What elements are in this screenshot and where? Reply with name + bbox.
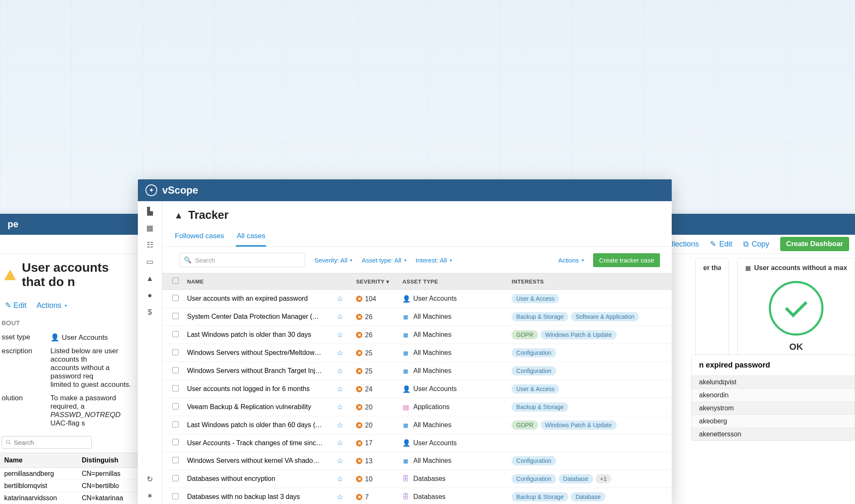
star-icon[interactable]: ☆	[337, 349, 343, 357]
create-tracker-case-button[interactable]: Create tracker case	[593, 253, 660, 267]
interest-tag[interactable]: Database	[559, 474, 593, 483]
sidebar-settings-icon[interactable]: ✶	[146, 492, 154, 500]
interest-tag[interactable]: Windows Patch & Update	[541, 420, 617, 430]
col-distinguish[interactable]: Distinguish	[78, 453, 139, 468]
dashboard-card-ok[interactable]: ▦User accounts without a max passw… OK	[737, 258, 855, 367]
star-icon[interactable]: ☆	[337, 457, 343, 465]
list-item[interactable]: akenordin	[691, 388, 855, 402]
interest-tag[interactable]: Backup & Storage	[512, 402, 568, 412]
row-checkbox[interactable]	[172, 367, 179, 373]
star-icon[interactable]: ☆	[337, 421, 343, 429]
col-severity[interactable]: Severity ▾	[352, 273, 398, 290]
table-row[interactable]: Databases without encryption ☆ ✖10 🗄Data…	[162, 470, 672, 488]
list-item[interactable]: akelundqvist	[691, 375, 855, 388]
tracker-title: Tracker	[188, 209, 229, 222]
table-row[interactable]: User Accounts - Track changes of time si…	[162, 434, 672, 452]
row-checkbox[interactable]	[172, 457, 179, 463]
filter-interest[interactable]: Interest: All	[416, 257, 452, 264]
table-row[interactable]: Windows Servers without kernel VA shado……	[162, 452, 672, 470]
table-row[interactable]: Veeam Backup & Replication vulnerability…	[162, 398, 672, 416]
about-label: BOUT	[0, 318, 139, 331]
star-icon[interactable]: ☆	[337, 475, 343, 483]
interests-cell: Backup & StorageSoftware & Application	[507, 308, 672, 326]
sidebar-dollar-icon[interactable]: $	[146, 308, 154, 316]
row-checkbox[interactable]	[172, 313, 179, 319]
row-checkbox[interactable]	[172, 403, 179, 410]
filter-asset-type[interactable]: Asset type: All	[362, 257, 406, 264]
interest-tag[interactable]: Configuration	[512, 366, 556, 375]
star-icon[interactable]: ☆	[337, 403, 343, 411]
interests-cell: Configuration	[507, 452, 672, 470]
create-dashboard-button[interactable]: Create Dashboar	[780, 237, 849, 251]
table-row[interactable]: katarinaarvidssonCN=katarinaa	[0, 492, 139, 504]
interest-tag[interactable]: GDPR	[512, 330, 538, 339]
list-item[interactable]: akeoberg	[691, 415, 855, 428]
row-checkbox[interactable]	[172, 421, 179, 428]
interest-tag[interactable]: User & Access	[512, 294, 559, 303]
sidebar-table-icon[interactable]: ☷	[146, 241, 154, 249]
sidebar-tracker-icon[interactable]: ▲	[146, 274, 154, 283]
select-all-checkbox[interactable]	[172, 278, 179, 284]
case-name: Databases with no backup last 3 days	[183, 488, 332, 504]
row-checkbox[interactable]	[172, 331, 179, 337]
interests-cell: User & Access	[507, 380, 672, 398]
table-row[interactable]: Last Windows patch is older than 30 days…	[162, 326, 672, 344]
table-row[interactable]: Databases with no backup last 3 days ☆ ✖…	[162, 488, 672, 504]
toolbar-copy[interactable]: ⧉Copy	[743, 240, 769, 249]
severity-dot-icon: ✖	[356, 458, 362, 464]
severity-value: ✖10	[356, 475, 372, 483]
actions-dropdown[interactable]: Actions	[558, 257, 584, 264]
table-row[interactable]: User accounts with an expired password ☆…	[162, 290, 672, 308]
list-item[interactable]: akenystrom	[691, 402, 855, 415]
col-asset-type[interactable]: Asset Type	[398, 273, 507, 290]
row-checkbox[interactable]	[172, 439, 179, 445]
interest-tag[interactable]: +1	[596, 474, 612, 483]
sidebar-calendar-icon[interactable]: ▭	[146, 257, 154, 266]
interest-tag[interactable]: GDPR	[512, 420, 538, 430]
table-row[interactable]: System Center Data Protection Manager (……	[162, 308, 672, 326]
tab-all-cases[interactable]: All cases	[236, 228, 266, 247]
toolbar-edit[interactable]: ✎Edit	[710, 239, 732, 249]
tab-followed-cases[interactable]: Followed cases	[174, 228, 225, 247]
star-icon[interactable]: ☆	[337, 367, 343, 375]
row-checkbox[interactable]	[172, 295, 179, 301]
interest-tag[interactable]: Backup & Storage	[512, 492, 568, 501]
star-icon[interactable]: ☆	[337, 439, 343, 447]
interest-tag[interactable]: Configuration	[512, 348, 556, 357]
table-row[interactable]: Windows Servers without Branch Target In…	[162, 362, 672, 380]
col-name[interactable]: Name	[183, 273, 332, 290]
sidebar-grid-icon[interactable]: ▦	[146, 224, 154, 232]
actions-dropdown[interactable]: Actions	[37, 301, 67, 310]
star-icon[interactable]: ☆	[337, 331, 343, 339]
row-checkbox[interactable]	[172, 493, 179, 499]
star-icon[interactable]: ☆	[337, 295, 343, 303]
row-checkbox[interactable]	[172, 349, 179, 355]
mini-search-input[interactable]	[2, 436, 92, 449]
interest-tag[interactable]: Configuration	[512, 456, 556, 465]
tracker-search-input[interactable]: 🔍 Search	[179, 253, 305, 267]
col-name[interactable]: Name	[0, 453, 78, 468]
sidebar-play-icon[interactable]: ●	[146, 291, 154, 299]
col-interests[interactable]: Interests	[507, 273, 672, 290]
table-row[interactable]: pernillasandbergCN=pernillas	[0, 468, 139, 480]
table-row[interactable]: Windows Servers without Spectre/Meltdow……	[162, 344, 672, 362]
row-checkbox[interactable]	[172, 385, 179, 391]
filter-severity[interactable]: Severity: All	[314, 257, 352, 264]
table-row[interactable]: Last Windows patch is older than 60 days…	[162, 416, 672, 434]
interest-tag[interactable]: Software & Application	[571, 312, 639, 321]
star-icon[interactable]: ☆	[337, 385, 343, 393]
sidebar-refresh-icon[interactable]: ↻	[146, 475, 154, 483]
interest-tag[interactable]: Database	[571, 492, 605, 501]
star-icon[interactable]: ☆	[337, 493, 343, 501]
list-item[interactable]: akenettersson	[691, 428, 855, 441]
row-checkbox[interactable]	[172, 475, 179, 481]
star-icon[interactable]: ☆	[337, 313, 343, 321]
interest-tag[interactable]: Configuration	[512, 474, 556, 483]
interest-tag[interactable]: User & Access	[512, 384, 559, 394]
sidebar-layers-icon[interactable]: ▙	[146, 207, 154, 215]
table-row[interactable]: bertilblomqvistCN=bertilblo	[0, 480, 139, 492]
interest-tag[interactable]: Windows Patch & Update	[541, 330, 617, 339]
table-row[interactable]: User accounts not logged in for 6 months…	[162, 380, 672, 398]
edit-link[interactable]: ✎Edit	[5, 301, 26, 310]
interest-tag[interactable]: Backup & Storage	[512, 312, 568, 321]
